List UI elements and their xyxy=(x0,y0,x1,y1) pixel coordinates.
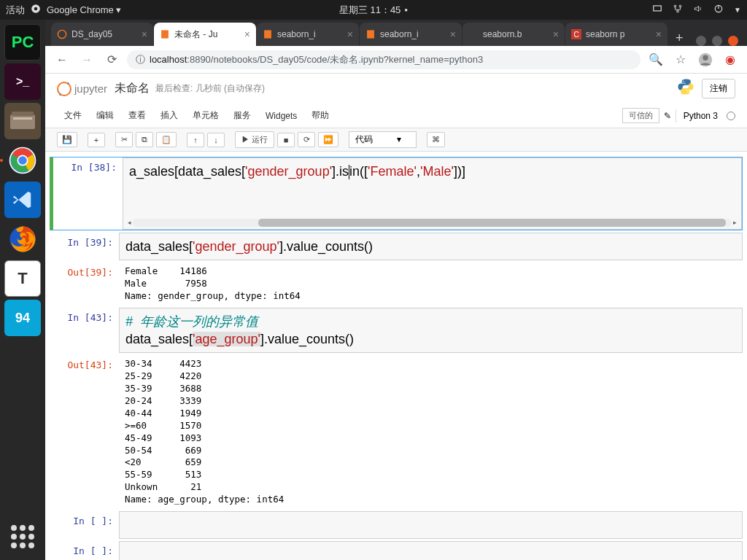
bookmark-button[interactable]: ☆ xyxy=(671,50,690,69)
prompt-label: In [38]: xyxy=(53,158,123,230)
kernel-status-icon xyxy=(727,112,735,120)
menu-file[interactable]: 文件 xyxy=(57,106,89,125)
code-cell[interactable]: In [43]: # 年龄这一列的异常值 data_sales['age_gro… xyxy=(50,308,743,354)
close-icon[interactable]: × xyxy=(450,28,456,40)
menu-insert[interactable]: 插入 xyxy=(153,106,185,125)
menu-kernel[interactable]: 服务 xyxy=(226,106,258,125)
code-cell[interactable]: In [39]: data_sales['gender_group'].valu… xyxy=(50,233,743,260)
minimize-button[interactable] xyxy=(696,36,706,46)
code-editor[interactable] xyxy=(119,511,743,539)
code-editor[interactable]: # 年龄这一列的异常值 data_sales['age_group'].valu… xyxy=(119,308,743,354)
notebook-title[interactable]: 未命名 xyxy=(115,81,150,96)
dock-pycharm[interactable]: PC xyxy=(4,24,41,61)
logout-button[interactable]: 注销 xyxy=(702,79,735,98)
scroll-right-arrow[interactable]: ▸ xyxy=(733,218,737,227)
volume-icon[interactable] xyxy=(693,4,703,16)
prompt-label: Out[39]: xyxy=(50,262,119,306)
clock[interactable]: 星期三 11：45 xyxy=(339,4,401,17)
tab-seaborn-1[interactable]: seaborn_i × xyxy=(257,23,359,46)
c-icon: C xyxy=(571,29,581,39)
close-icon[interactable]: × xyxy=(656,28,662,40)
prompt-label: Out[43]: xyxy=(50,355,119,509)
search-engine-icon[interactable]: 🔍 xyxy=(646,50,665,69)
clock-dot: ● xyxy=(404,7,408,13)
cell-output: 30-34 4423 25-29 4220 35-39 3688 20-24 3… xyxy=(119,355,743,509)
close-icon[interactable]: × xyxy=(553,28,559,40)
paste-button[interactable]: 📋 xyxy=(156,132,177,147)
dock-files[interactable] xyxy=(4,103,41,139)
fast-forward-button[interactable]: ⏩ xyxy=(318,132,338,147)
activities-label[interactable]: 活动 xyxy=(6,4,25,17)
dock: PC >_ T 94 xyxy=(0,20,45,560)
os-top-bar: 活动 Google Chrome ▾ 星期三 11：45 ● ▼ xyxy=(0,0,747,20)
kernel-name[interactable]: Python 3 xyxy=(676,109,722,122)
reload-button[interactable]: ⟳ xyxy=(102,50,121,69)
svg-rect-16 xyxy=(367,30,374,38)
screen-icon[interactable] xyxy=(652,4,662,16)
dock-misc-app[interactable]: 94 xyxy=(4,300,41,336)
output-cell: Out[39]: Female 14186 Male 7958 Name: ge… xyxy=(50,262,743,306)
python-icon xyxy=(677,78,694,99)
svg-rect-14 xyxy=(161,30,169,38)
tab-seaborn-2[interactable]: seaborn_i × xyxy=(360,23,462,46)
profile-button[interactable] xyxy=(696,50,715,69)
dock-vscode[interactable] xyxy=(4,182,41,218)
celltype-select[interactable]: 代码 ▾ xyxy=(349,131,417,148)
notebook-icon xyxy=(160,29,170,39)
pencil-icon[interactable]: ✎ xyxy=(664,111,671,121)
scroll-left-arrow[interactable]: ◂ xyxy=(128,218,131,227)
menu-help[interactable]: 帮助 xyxy=(304,106,336,125)
code-editor[interactable]: a_sales[data_sales['gender_group'].isin(… xyxy=(123,158,742,230)
jupyter-icon xyxy=(57,29,67,39)
dock-terminal[interactable]: >_ xyxy=(4,63,41,100)
jupyter-logo[interactable]: jupyter xyxy=(57,82,107,96)
svg-rect-5 xyxy=(10,114,35,129)
menu-cell[interactable]: 单元格 xyxy=(185,106,226,125)
back-button[interactable]: ← xyxy=(53,50,71,69)
maximize-button[interactable] xyxy=(712,36,722,46)
add-cell-button[interactable]: + xyxy=(88,133,105,147)
cut-button[interactable]: ✂ xyxy=(115,132,133,147)
site-info-icon[interactable]: ⓘ xyxy=(136,53,145,66)
menu-edit[interactable]: 编辑 xyxy=(89,106,121,125)
run-button[interactable]: ▶ 运行 xyxy=(235,131,274,148)
close-icon[interactable]: × xyxy=(347,28,353,40)
dock-chrome[interactable] xyxy=(4,142,41,179)
close-window-button[interactable] xyxy=(728,36,738,46)
dock-text-editor[interactable]: T xyxy=(4,260,41,297)
network-icon[interactable] xyxy=(673,4,683,16)
chrome-window: DS_day05 × 未命名 - Ju × seaborn_i × seabor… xyxy=(45,20,747,560)
code-editor[interactable]: data_sales['gender_group'].value_counts(… xyxy=(119,233,743,260)
tab-untitled[interactable]: 未命名 - Ju × xyxy=(154,23,256,46)
move-down-button[interactable]: ↓ xyxy=(207,133,225,147)
tab-ds-day05[interactable]: DS_day05 × xyxy=(51,23,153,46)
menu-caret-icon[interactable]: ▼ xyxy=(734,6,741,14)
power-icon[interactable] xyxy=(713,4,724,16)
copy-button[interactable]: ⧉ xyxy=(136,132,153,147)
trusted-indicator[interactable]: 可信的 xyxy=(622,108,659,123)
menu-view[interactable]: 查看 xyxy=(121,106,153,125)
code-cell[interactable]: In [ ]: xyxy=(50,541,743,560)
code-editor[interactable] xyxy=(119,541,743,560)
stop-button[interactable]: ■ xyxy=(277,133,295,147)
horizontal-scrollbar-thumb[interactable] xyxy=(258,219,725,227)
close-icon[interactable]: × xyxy=(142,28,147,40)
save-button[interactable]: 💾 xyxy=(57,132,77,147)
chrome-indicator-icon xyxy=(31,4,41,16)
code-cell[interactable]: In [38]: a_sales[data_sales['gender_grou… xyxy=(50,157,743,230)
menu-widgets[interactable]: Widgets xyxy=(258,108,304,124)
restart-button[interactable]: ⟳ xyxy=(298,132,315,147)
app-name[interactable]: Google Chrome ▾ xyxy=(47,4,121,15)
command-palette-button[interactable]: ⌘ xyxy=(427,132,445,147)
dock-firefox[interactable] xyxy=(4,221,41,257)
extension-icon[interactable]: ◉ xyxy=(721,50,740,69)
address-field[interactable]: ⓘ localhost:8890/notebooks/DS_day05/code… xyxy=(127,50,640,69)
forward-button[interactable]: → xyxy=(77,50,96,69)
code-cell[interactable]: In [ ]: xyxy=(50,511,743,539)
show-apps-button[interactable] xyxy=(8,522,37,551)
move-up-button[interactable]: ↑ xyxy=(187,133,204,147)
tab-seaborn-4[interactable]: C seaborn p × xyxy=(565,23,667,46)
new-tab-button[interactable]: + xyxy=(668,31,691,46)
tab-seaborn-3[interactable]: seaborn.b × xyxy=(462,23,565,46)
close-icon[interactable]: × xyxy=(244,28,250,40)
